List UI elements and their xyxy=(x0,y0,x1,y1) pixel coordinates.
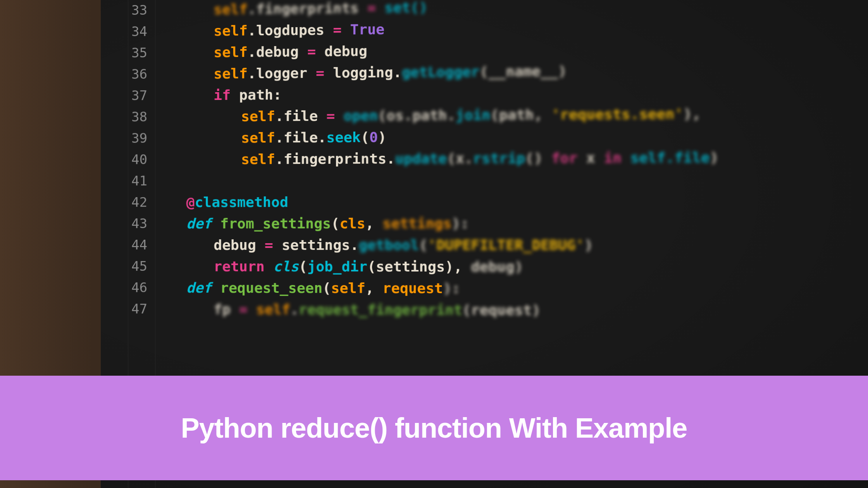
line-number: 33 xyxy=(101,0,163,21)
code-line: self.file = open(os.path.join(path, 'req… xyxy=(186,101,868,127)
line-number: 35 xyxy=(101,42,163,64)
code-line: self.fingerprints.update(x.rstrip() for … xyxy=(186,146,868,170)
title-text: Python reduce() function With Example xyxy=(181,412,687,444)
promo-image: 33 34 35 36 37 38 39 40 41 42 43 44 45 4… xyxy=(0,0,868,488)
title-banner: Python reduce() function With Example xyxy=(0,376,868,480)
code-line: debug = settings.getbool('DUPEFILTER_DEB… xyxy=(186,234,868,256)
line-number: 34 xyxy=(101,21,163,43)
code-line: def request_seen(self, request): xyxy=(186,277,868,300)
code-line: def from_settings(cls, settings): xyxy=(186,212,868,234)
code-line: return cls(job_dir(settings), debug) xyxy=(186,256,868,278)
code-line: fp = self.request_fingerprint(request) xyxy=(186,299,868,322)
line-number: 42 xyxy=(101,192,163,213)
line-number: 41 xyxy=(101,170,163,192)
line-number: 39 xyxy=(101,127,163,149)
line-number: 40 xyxy=(101,149,163,170)
line-number: 44 xyxy=(101,234,163,256)
code-line: self.file.seek(0) xyxy=(186,124,868,149)
line-number: 45 xyxy=(101,256,163,277)
code-line-blank xyxy=(186,168,868,191)
line-number: 37 xyxy=(101,85,163,107)
line-number: 46 xyxy=(101,277,163,298)
line-number: 38 xyxy=(101,106,163,128)
code-line: @classmethod xyxy=(186,190,868,213)
line-number: 47 xyxy=(101,298,163,320)
line-number: 43 xyxy=(101,213,163,234)
line-number: 36 xyxy=(101,64,163,85)
